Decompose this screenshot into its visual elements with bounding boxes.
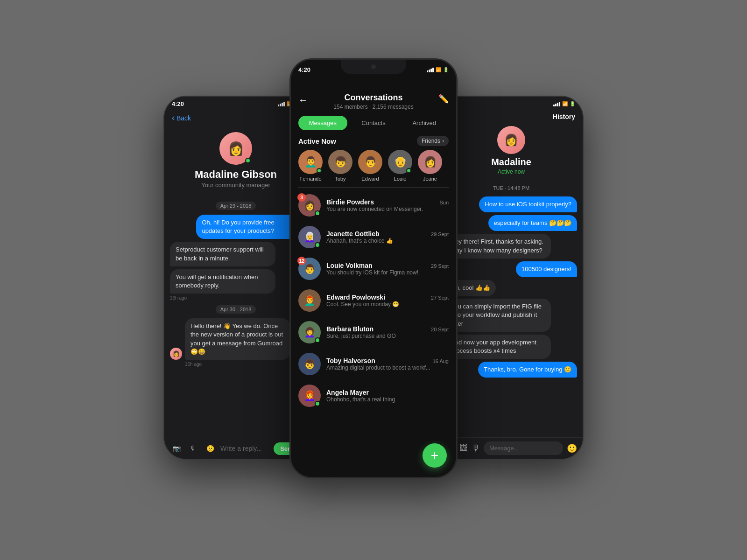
name-jeane: Jeane <box>423 176 437 182</box>
rmsg-1: How to use iOS toolkit properly? <box>479 196 577 212</box>
divider-center <box>298 187 449 188</box>
conv-info-barbara: Barbara Bluton 20 Sept Sure, just purcha… <box>326 325 449 339</box>
image-icon-right[interactable]: 🖼 <box>459 443 468 453</box>
signal-center <box>427 68 434 72</box>
conv-msg-angela: Ohohoho, that's a real thing <box>326 396 449 403</box>
conv-item-edward[interactable]: 👨‍🦰 Edward Powlowski 27 Sept Cool. See y… <box>291 285 456 316</box>
emoji-icon-right[interactable]: 🙂 <box>567 443 577 454</box>
phones-container: 4:20 📶 🔋 ‹ Back <box>163 58 584 502</box>
conv-date-barbara: 20 Sept <box>431 327 449 332</box>
rmsg-2: especially for teams 🤔🤔🤔 <box>488 215 578 231</box>
conv-info-jeanette: Jeanette Gottlieb 29 Sept Ahahah, that's… <box>326 230 449 244</box>
conv-item-barbara[interactable]: 👩‍🦱 Barbara Bluton 20 Sept Sure, just pu… <box>291 316 456 348</box>
conv-name-louie: Louie Volkman <box>326 262 373 269</box>
battery-icon-center: 🔋 <box>443 67 449 72</box>
history-button[interactable]: History <box>553 113 575 120</box>
right-profile-name: Madaline <box>491 157 531 168</box>
phone-left: 4:20 📶 🔋 ‹ Back <box>163 96 308 460</box>
status-icons-right: 📶 🔋 <box>553 101 575 106</box>
msg-row-1: 👩 Hello there! 👋 Yes we do. Once the new… <box>170 318 302 360</box>
tab-archived[interactable]: Archived <box>400 116 449 130</box>
conv-msg-louie: You should try iOS kit for Figma now! <box>326 269 449 276</box>
badge-louie: 12 <box>297 257 306 265</box>
profile-name-left: Madaline Gibson <box>195 168 277 181</box>
chevron-right-icon: › <box>442 138 444 144</box>
conv-avatar-jeanette: 👩‍🦳 <box>298 226 321 248</box>
rmsg-7: And now your app development process boo… <box>445 335 551 359</box>
rmsg-3: Hey there! First, thanks for asking. May… <box>445 234 551 258</box>
avatar-jeane: 👩 <box>418 150 442 174</box>
wifi-icon-center: 📶 <box>436 67 441 72</box>
active-now-label: Active Now <box>298 137 336 145</box>
conv-name-toby: Toby Halvorson <box>326 357 375 364</box>
conv-name-edward: Edward Powlowski <box>326 294 385 301</box>
profile-section-left: 👩 Madaline Gibson Your community manager <box>164 128 307 196</box>
right-chat: TUE · 14:48 PM How to use iOS toolkit pr… <box>440 180 583 437</box>
mic-icon-left[interactable]: 🎙 <box>187 442 200 455</box>
avatar-toby: 👦 <box>328 150 352 174</box>
friends-label: Friends <box>422 138 440 144</box>
message-input-right[interactable]: Message... <box>484 441 563 455</box>
tab-contacts[interactable]: Contacts <box>349 116 398 130</box>
active-user-toby: 👦 Toby <box>328 150 352 182</box>
chat-input-left: 📷 🎙 😟 Write a reply... Send <box>164 438 307 459</box>
conv-item-toby[interactable]: 👦 Toby Halvorson 16 Aug Amazing digital … <box>291 348 456 380</box>
wifi-icon-right: 📶 <box>562 101 568 106</box>
msg-recv-1: Setproduct customer support will be back… <box>170 242 275 266</box>
avatar-emoji-left: 👩 <box>228 141 244 156</box>
online-jeanette <box>315 242 320 248</box>
right-input-bar: 📷 🖼 🎙 Message... 🙂 <box>440 437 583 459</box>
online-birdie <box>315 210 320 216</box>
back-arrow-center[interactable]: ← <box>298 95 308 105</box>
camera-icon-left[interactable]: 📷 <box>170 442 183 455</box>
rmsg-4: 100500 designers! <box>516 261 577 277</box>
msg-time-2: 16h ago <box>185 362 202 367</box>
friends-button[interactable]: Friends › <box>417 136 449 146</box>
signal-right <box>553 102 560 106</box>
online-dot-louie <box>406 168 411 173</box>
back-label-left: Back <box>176 114 191 122</box>
tab-messages[interactable]: Messages <box>298 116 347 130</box>
conv-avatar-louie: 👨 12 <box>298 258 321 280</box>
edit-icon-center[interactable]: ✏️ <box>438 94 449 104</box>
fab-add-button[interactable]: + <box>423 443 447 468</box>
back-button-left[interactable]: ‹ Back <box>172 113 191 123</box>
input-row-left: 📷 🎙 😟 Write a reply... Send <box>170 442 302 455</box>
conv-info-louie: Louie Volkman 29 Sept You should try iOS… <box>326 262 449 276</box>
time-center: 4:20 <box>298 66 310 73</box>
camera-dot <box>371 64 376 69</box>
conv-item-louie[interactable]: 👨 12 Louie Volkman 29 Sept You should tr… <box>291 253 456 285</box>
avatar-louie: 👴 <box>388 150 412 174</box>
active-user-fernando: 👨‍🦱 Fernando <box>298 150 323 182</box>
conv-date-toby: 16 Aug <box>433 358 449 364</box>
right-header: k History <box>440 109 583 126</box>
mic-icon-right[interactable]: 🎙 <box>472 443 480 453</box>
emoji-icon-left[interactable]: 😟 <box>204 442 217 455</box>
msg-recv-3: Hello there! 👋 Yes we do. Once the new v… <box>185 318 290 360</box>
name-edward: Edward <box>361 176 379 182</box>
avatar-right: 👩 <box>497 126 525 154</box>
small-avatar-left: 👩 <box>170 348 182 360</box>
conv-item-jeanette[interactable]: 👩‍🦳 Jeanette Gottlieb 29 Sept Ahahah, th… <box>291 221 456 253</box>
name-louie: Louie <box>394 176 407 182</box>
profile-subtitle-left: Your community manager <box>201 182 270 189</box>
online-barbara <box>315 337 320 343</box>
conv-name-birdie: Birdie Powders <box>326 198 374 206</box>
time-left: 4:20 <box>172 100 184 107</box>
online-dot-fernando <box>317 168 322 173</box>
msg-sent-1: Oh, hi! Do you provide free updates for … <box>196 215 302 239</box>
status-bar-left: 4:20 📶 🔋 <box>164 97 307 109</box>
reply-input-left[interactable]: Write a reply... <box>220 445 270 452</box>
name-fernando: Fernando <box>299 176 321 182</box>
conv-name-angela: Angela Mayer <box>326 389 369 396</box>
date-chip-1: Apr 29 - 2018 <box>216 202 256 210</box>
active-user-jeane: 👩 Jeane <box>418 150 442 182</box>
right-profile-status: Active now <box>498 168 525 175</box>
conv-item-angela[interactable]: 👩‍🦰 Angela Mayer Ohohoho, that's a real … <box>291 380 456 412</box>
conv-avatar-toby: 👦 <box>298 353 321 375</box>
conv-item-birdie[interactable]: 👩 3 Birdie Powders Sun You are now conne… <box>291 189 456 221</box>
active-now-header: Active Now Friends › <box>291 136 456 150</box>
rmsg-8: Thanks, bro. Gone for buying 🙂 <box>478 362 577 378</box>
chat-messages-left: Apr 29 - 2018 Oh, hi! Do you provide fre… <box>164 196 307 438</box>
conversations-header: ← Conversations 154 members · 2,156 mess… <box>291 75 456 116</box>
